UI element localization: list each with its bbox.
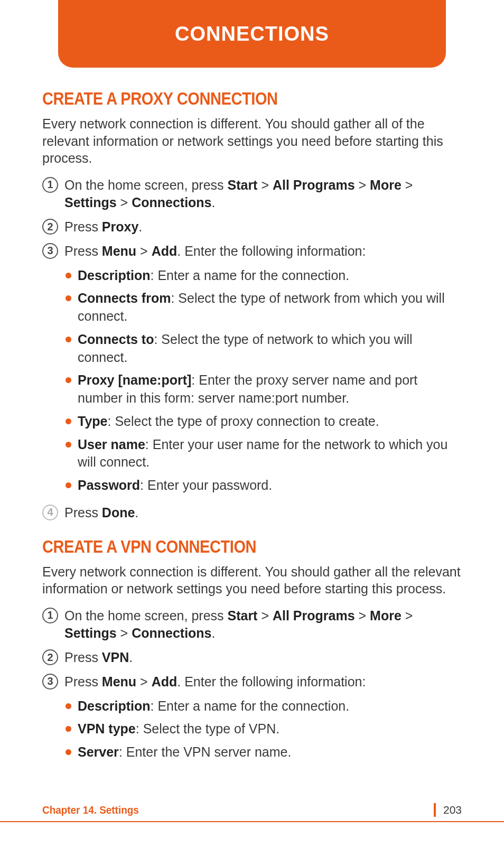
section1-bullets: Description: Enter a name for the connec… bbox=[42, 267, 462, 495]
bullet-item: VPN type: Select the type of VPN. bbox=[66, 720, 462, 738]
chapter-label: Chapter 14. Settings bbox=[42, 804, 139, 816]
section1-step-2: 2 Press Proxy. bbox=[42, 218, 462, 236]
bullet-dot-icon bbox=[66, 726, 71, 732]
step-number-4-icon: 4 bbox=[42, 505, 58, 520]
bullet-item: Password: Enter your password. bbox=[66, 477, 462, 495]
step-text: Press Done. bbox=[64, 504, 462, 522]
step-text: Press Proxy. bbox=[64, 218, 462, 236]
section2-bullets: Description: Enter a name for the connec… bbox=[42, 697, 462, 761]
bullet-item: User name: Enter your user name for the … bbox=[66, 436, 462, 472]
bullet-dot-icon bbox=[66, 273, 71, 278]
page-number: 203 bbox=[443, 804, 462, 816]
step-number-1-icon: 1 bbox=[42, 608, 58, 623]
bullet-item: Connects to: Select the type of network … bbox=[66, 331, 462, 367]
bullet-item: Server: Enter the VPN server name. bbox=[66, 743, 462, 761]
footer-rule bbox=[0, 821, 504, 822]
step-text: On the home screen, press Start > All Pr… bbox=[64, 607, 462, 643]
header-title: CONNECTIONS bbox=[175, 23, 329, 45]
section2-step-2: 2 Press VPN. bbox=[42, 649, 462, 667]
header-tab: CONNECTIONS bbox=[58, 0, 446, 68]
section1-step-3: 3 Press Menu > Add. Enter the following … bbox=[42, 243, 462, 260]
section1-title: CREATE A PROXY CONNECTION bbox=[42, 89, 412, 109]
bullet-dot-icon bbox=[66, 442, 71, 448]
section2-step-1: 1 On the home screen, press Start > All … bbox=[42, 607, 462, 643]
section1-intro: Every network connection is different. Y… bbox=[42, 115, 462, 167]
bullet-item: Proxy [name:port]: Enter the proxy serve… bbox=[66, 371, 462, 407]
step-number-3-icon: 3 bbox=[42, 674, 58, 690]
bullet-dot-icon bbox=[66, 703, 71, 709]
step-text: Press Menu > Add. Enter the following in… bbox=[64, 243, 462, 260]
bullet-dot-icon bbox=[66, 295, 71, 301]
step-number-1-icon: 1 bbox=[42, 177, 58, 193]
page: CONNECTIONS CREATE A PROXY CONNECTION Ev… bbox=[0, 0, 504, 857]
bullet-dot-icon bbox=[66, 482, 71, 488]
step-number-2-icon: 2 bbox=[42, 219, 58, 235]
step-text: Press VPN. bbox=[64, 649, 462, 667]
section2-intro: Every network connection is different. Y… bbox=[42, 563, 462, 598]
bullet-dot-icon bbox=[66, 749, 71, 755]
bullet-item: Description: Enter a name for the connec… bbox=[66, 267, 462, 285]
footer: Chapter 14. Settings 203 bbox=[0, 803, 504, 817]
bullet-item: Type: Select the type of proxy connectio… bbox=[66, 413, 462, 431]
section1-step-1: 1 On the home screen, press Start > All … bbox=[42, 176, 462, 212]
step-number-2-icon: 2 bbox=[42, 649, 58, 665]
footer-right: 203 bbox=[434, 803, 462, 817]
step-number-3-icon: 3 bbox=[42, 243, 58, 259]
step-text: Press Menu > Add. Enter the following in… bbox=[64, 673, 462, 691]
section2-title: CREATE A VPN CONNECTION bbox=[42, 537, 412, 557]
bullet-dot-icon bbox=[66, 418, 71, 424]
footer-divider-icon bbox=[434, 803, 436, 817]
step-text: On the home screen, press Start > All Pr… bbox=[64, 176, 462, 212]
section2-step-3: 3 Press Menu > Add. Enter the following … bbox=[42, 673, 462, 691]
section1-step-4: 4 Press Done. bbox=[42, 504, 462, 522]
bullet-dot-icon bbox=[66, 337, 71, 342]
bullet-item: Connects from: Select the type of networ… bbox=[66, 290, 462, 325]
section2: CREATE A VPN CONNECTION Every network co… bbox=[42, 537, 462, 761]
bullet-item: Description: Enter a name for the connec… bbox=[66, 697, 462, 715]
content: CREATE A PROXY CONNECTION Every network … bbox=[42, 89, 462, 767]
bullet-dot-icon bbox=[66, 377, 71, 383]
